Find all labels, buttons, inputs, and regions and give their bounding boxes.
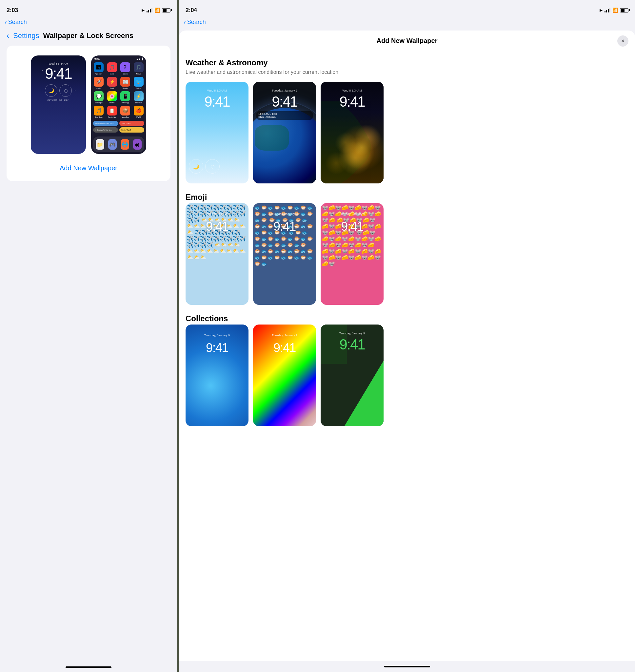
app-name-castro: Castro [123,73,128,75]
home-battery-icon: ▐ [141,58,143,60]
modal-content: Weather & Astronomy Live weather and ast… [179,50,635,661]
home-screen-preview[interactable]: 9:41 ▲▲ ▐ 🅰 App Store 🎵 Music [91,56,146,154]
app-item-messages: 💬 Messages [93,91,105,104]
settings-back-label[interactable]: Settings [13,31,39,40]
emoji3-date: Tuesday, January 9 [339,212,365,215]
section-weather: Weather & Astronomy Live weather and ast… [185,58,629,184]
page-header-left: ‹ Settings Wallpaper & Lock Screens [0,28,177,46]
battery-icon-left [162,8,171,13]
modal-title: Add New Wallpaper [377,37,438,45]
wallpaper-card: Wed 8 5:34AM 9:41 🌙 ◯ 21° Clear H:30° L:… [6,46,171,181]
coll2-date: Tuesday, January 9 [272,334,297,337]
emoji-wp-1[interactable]: ✈️✈️✈️✈️✈️✈️✈️✈️✈️✈️✈️✈️✈️✈️✈️✈️✈️✈️✈️✈️… [185,203,248,305]
wifi-icon-left: 📶 [154,7,160,13]
nav-back-right[interactable]: ‹ Search [179,18,635,28]
app-item-wwdc: 🍎 WWDC [133,106,145,118]
shortcut-sandtimer: Sand Timers [119,121,144,126]
emoji-grid-mouse: 🐭🧀🐭🧀🐭🧀🐭🧀🐭🧀🐭🧀🐭🧀🐭🧀🐭🧀🐭🧀 🧀🐭🧀🐭🧀🐭🧀🐭🧀🐭🧀🐭🧀🐭🧀🐭🧀🐭🧀… [321,203,384,305]
coll3-time: 9:41 [339,336,365,353]
app-name-marvis: Marvis [136,73,141,75]
wp3-time: 9:41 [339,93,365,110]
app-name-messages: Messages [95,102,103,104]
app-icon-wwdc: 🍎 [134,106,144,115]
app-item-whatsapp: 📱 WhatsApp [120,91,131,104]
location-icon-right: ▶ [599,8,603,13]
coll-wp-1[interactable]: Tuesday, January 9 9:41 [185,324,248,426]
back-arrow-left: ‹ [5,18,7,26]
modal-header: Add New Wallpaper × [179,30,635,50]
section-collections: Collections Tuesday, January 9 9:41 Tues… [185,314,629,426]
app-item-remindme: 📋 Remind Me [107,106,118,118]
coll1-date: Tuesday, January 9 [204,334,230,337]
modal-close-button[interactable]: × [617,36,629,47]
app-name-apollo: Apollo [96,87,101,89]
weather-wp-1[interactable]: Wed 8 5:34AM 9:41 🌙 ◯ [185,82,248,184]
wp2-info-overlay: 11:00 AM - 1:00Chin...Returns... [256,111,313,120]
wallpaper-previews: Wed 8 5:34AM 9:41 🌙 ◯ 21° Clear H:30° L:… [31,56,146,154]
lock-weather-info: 21° Clear H:30° L:17° [47,99,69,101]
home-status-icons: ▲▲ ▐ [136,58,143,60]
signal-bar-r3 [608,9,609,13]
nav-back-label-right: Search [187,19,206,26]
emoji2-time: 9:41 [273,219,296,234]
app-item-appstore: 🅰 App Store [93,62,105,75]
lock-time-left: 9:41 [45,66,72,81]
weather-wp-3[interactable]: Wed 8 5:34AM 9:41 [321,82,384,184]
app-name-whatsapp: WhatsApp [122,102,129,104]
coll3-date: Tuesday, January 9 [339,332,365,335]
app-icon-music: 🎵 [107,62,117,72]
app-icon-musicbox: 📦 [120,106,130,115]
section-title-emoji: Emoji [185,193,629,202]
battery-fill-right [620,9,625,12]
status-bar-right: 2:04 ▶ 📶 [179,0,635,18]
signal-bar-r1 [605,11,606,13]
app-name-ipodshuf: iPod Shuf. [95,116,103,118]
shortcuts-section: ReminderBot Quick Entry Sand Timers ✕ Cl… [93,121,144,134]
signal-bar-2 [148,10,149,13]
status-time-right: 2:04 [185,7,197,14]
app-icon-reeder: 📰 [120,77,130,87]
home-indicator-left [66,667,111,668]
shortcut-remindbot: ReminderBot Quick Entry [93,121,118,126]
signal-bar-3 [150,9,151,13]
nav-back-left[interactable]: ‹ Search [0,18,177,28]
dock: 📁 🎮 🌐 ◉ [93,136,144,152]
wifi-icon-right: 📶 [612,7,618,13]
app-grid: 🅰 App Store 🎵 Music 🎙 Castro 🎵 Marvis [91,61,146,120]
battery-icon-right [620,8,629,13]
emoji-wp-2[interactable]: 🐟🐡🐟🐡🐟🐡🐟🐡🐟🐡🐟🐡🐟🐡🐟🐡🐟🐡🐟🐡 🐡🐟🐡🐟🐡🐟🐡🐟🐡🐟🐡🐟🐡🐟🐡🐟🐡🐟🐡… [253,203,316,305]
shortcut-row-2: ✕ Cleanup Twitter Link Go My Word! [93,127,144,132]
location-icon-left: ▶ [141,8,145,13]
home-indicator-right-container [179,661,635,672]
app-name-shortcuts: Shortcuts [135,102,142,104]
signal-bar-1 [147,11,148,13]
add-wallpaper-button[interactable]: Add New Wallpaper [60,163,117,173]
home-status-bar: 9:41 ▲▲ ▐ [91,56,146,61]
coll-wp-2[interactable]: Tuesday, January 9 9:41 [253,324,316,426]
battery-fill-left [162,9,167,12]
shortcut-cleanup: ✕ Cleanup Twitter Link [93,127,118,132]
app-item-music: 🎵 Music [107,62,118,75]
app-icon-messages: 💬 [94,91,104,101]
weather-wp-2[interactable]: Tuesday, January 9 9:41 11:00 AM - 1:00C… [253,82,316,184]
emoji-grid-fish: 🐟🐡🐟🐡🐟🐡🐟🐡🐟🐡🐟🐡🐟🐡🐟🐡🐟🐡🐟🐡 🐡🐟🐡🐟🐡🐟🐡🐟🐡🐟🐡🐟🐡🐟🐡🐟🐡🐟🐡… [253,203,316,305]
status-bar-left: 2:03 ▶ 📶 [0,0,177,18]
app-item-shortcuts: ⚡ Shortcuts [133,91,145,104]
settings-back-chevron[interactable]: ‹ [6,31,9,40]
signal-bar-r2 [606,10,607,13]
emoji-wp-3[interactable]: 🐭🧀🐭🧀🐭🧀🐭🧀🐭🧀🐭🧀🐭🧀🐭🧀🐭🧀🐭🧀 🧀🐭🧀🐭🧀🐭🧀🐭🧀🐭🧀🐭🧀🐭🧀🐭🧀🐭🧀… [321,203,384,305]
left-panel: 2:03 ▶ 📶 ‹ Search ‹ Settings Wallpaper &… [0,0,177,672]
dock-icon-discord: 🎮 [108,139,117,150]
section-emoji: Emoji ✈️✈️✈️✈️✈️✈️✈️✈️✈️✈️✈️✈️✈️✈️✈️✈️✈️… [185,193,629,305]
app-name-spark: Spark [110,87,114,89]
lock-screen-preview[interactable]: Wed 8 5:34AM 9:41 🌙 ◯ 21° Clear H:30° L:… [31,56,86,154]
home-status-time: 9:41 [94,58,100,60]
app-name-photos: Photos [109,102,115,104]
emoji1-time: 9:41 [206,219,228,234]
app-name-remindme: Remind Me [108,116,116,118]
coll-wp-3[interactable]: Tuesday, January 9 9:41 [321,324,384,426]
emoji3-time: 9:41 [341,219,363,234]
app-item-spark: ⚡ Spark [107,77,118,89]
wp3-date: Wed 8 5:34AM [342,89,362,92]
wp1-widget-ring: ◯ [205,159,220,173]
